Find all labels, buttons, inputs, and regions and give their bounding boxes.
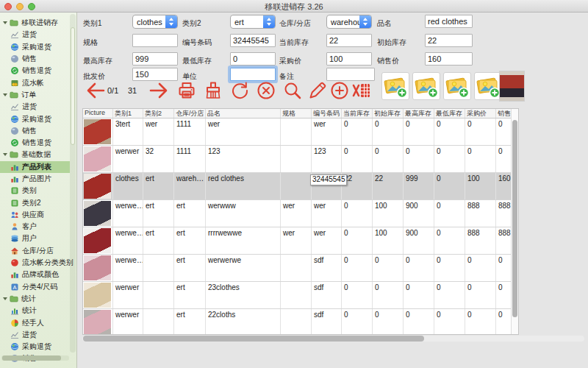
sidebar-item-11[interactable]: 基础数据 bbox=[0, 149, 70, 160]
table-cell[interactable]: 0 bbox=[465, 255, 496, 281]
table-cell[interactable]: 888 bbox=[496, 200, 512, 227]
table-row[interactable]: werwerert22clothssdf000000 bbox=[83, 309, 512, 335]
table-cell[interactable]: 100 bbox=[373, 200, 404, 227]
sidebar-item-27[interactable]: 采购退货 bbox=[0, 341, 70, 353]
disclosure-triangle-icon[interactable] bbox=[3, 93, 7, 96]
table-cell[interactable]: ert bbox=[143, 200, 174, 227]
table-cell[interactable]: ert bbox=[174, 255, 206, 281]
column-header[interactable]: 最低库存 bbox=[434, 109, 465, 118]
search-button[interactable] bbox=[282, 79, 304, 102]
table-row[interactable]: 3tertwer1111werwer000000 bbox=[83, 118, 512, 146]
column-header[interactable]: 规格 bbox=[281, 109, 312, 118]
sidebar-item-18[interactable]: 用户 bbox=[0, 233, 70, 244]
table-cell[interactable]: 0 bbox=[434, 118, 465, 145]
sidebar-item-26[interactable]: 进货 bbox=[0, 329, 70, 341]
sidebar-item-23[interactable]: 统计 bbox=[0, 293, 70, 305]
table-cell[interactable]: 888 bbox=[465, 227, 496, 254]
table-cell[interactable] bbox=[143, 255, 174, 281]
sidebar-item-16[interactable]: 供应商 bbox=[0, 209, 70, 221]
table-cell[interactable]: werwerwe bbox=[206, 255, 281, 281]
table-cell[interactable]: 0 bbox=[404, 255, 434, 281]
picture-cell[interactable] bbox=[83, 282, 113, 308]
picture-cell[interactable] bbox=[83, 309, 113, 335]
picture-cell[interactable] bbox=[83, 173, 113, 199]
table-vertical-scrollbar[interactable] bbox=[511, 109, 518, 334]
table-cell[interactable]: 23clothes bbox=[206, 282, 281, 308]
excel-export-button[interactable] bbox=[351, 79, 373, 102]
column-header[interactable]: 仓库/分店 bbox=[174, 109, 206, 118]
table-cell[interactable]: wer bbox=[312, 200, 342, 227]
table-cell[interactable]: 999 bbox=[404, 173, 434, 199]
disclosure-triangle-icon[interactable] bbox=[3, 297, 7, 300]
product-name-input[interactable] bbox=[425, 15, 473, 28]
add-image-slot-1-button[interactable] bbox=[381, 72, 409, 100]
table-cell[interactable]: 0 bbox=[434, 200, 465, 227]
table-row[interactable]: clothesertwareh…red clothes3244554522229… bbox=[83, 173, 512, 200]
table-cell[interactable]: 0 bbox=[342, 255, 373, 281]
table-cell[interactable]: 0 bbox=[373, 146, 404, 172]
table-cell[interactable]: werwe… bbox=[113, 255, 143, 281]
category1-dropdown[interactable]: clothes bbox=[132, 15, 178, 29]
sidebar-item-14[interactable]: 类别 bbox=[0, 185, 70, 197]
table-cell[interactable]: 100 bbox=[465, 173, 496, 199]
table-cell[interactable]: wer bbox=[312, 118, 342, 145]
spec-input[interactable] bbox=[132, 34, 178, 47]
cancel-circle-button[interactable] bbox=[256, 79, 278, 102]
column-header[interactable]: Picture bbox=[83, 109, 113, 118]
sidebar-vertical-scrollbar[interactable] bbox=[70, 14, 76, 353]
table-cell[interactable]: werwer bbox=[113, 309, 143, 335]
table-cell[interactable]: 0 bbox=[496, 282, 512, 308]
sidebar-item-0[interactable]: 移联进销存 bbox=[0, 17, 70, 29]
table-cell[interactable]: 1111 bbox=[174, 146, 206, 172]
table-cell[interactable] bbox=[281, 118, 312, 145]
table-cell[interactable]: 0 bbox=[434, 255, 465, 281]
table-cell[interactable]: ert bbox=[143, 227, 174, 254]
table-cell[interactable]: 0 bbox=[434, 309, 465, 335]
table-cell[interactable]: 0 bbox=[404, 118, 434, 145]
sidebar-item-22[interactable]: A分类4/尺码 bbox=[0, 281, 70, 293]
table-row[interactable]: werwe…ertertrrrrwewwewerwer0100900088888… bbox=[83, 227, 512, 255]
table-cell[interactable]: ert bbox=[174, 200, 206, 227]
sidebar-item-17[interactable]: 客户 bbox=[0, 221, 70, 233]
table-cell[interactable]: rrrrwewwe bbox=[206, 227, 281, 254]
table-cell[interactable]: ert bbox=[174, 227, 206, 254]
table-cell[interactable]: 0 bbox=[465, 118, 496, 145]
sidebar-item-25[interactable]: 经手人 bbox=[0, 316, 70, 328]
table-row[interactable]: werwe…ertwerwerwesdf000000 bbox=[83, 255, 512, 282]
category2-dropdown[interactable]: ert bbox=[230, 15, 276, 29]
table-cell[interactable]: 0 bbox=[434, 146, 465, 172]
refresh-button[interactable] bbox=[229, 79, 251, 102]
table-cell[interactable]: 888 bbox=[496, 227, 512, 254]
table-cell[interactable] bbox=[143, 309, 174, 335]
table-cell[interactable]: wer bbox=[281, 200, 312, 227]
table-cell[interactable]: ert bbox=[174, 309, 206, 335]
column-header[interactable]: 初始库存 bbox=[373, 109, 404, 118]
table-cell[interactable]: werwe… bbox=[113, 227, 143, 254]
sidebar-horizontal-scrollbar-thumb[interactable] bbox=[2, 355, 61, 361]
table-cell[interactable]: wer bbox=[312, 227, 342, 254]
table-cell[interactable]: 0 bbox=[496, 309, 512, 335]
table-cell[interactable]: werwer bbox=[113, 146, 143, 172]
table-cell[interactable] bbox=[281, 146, 312, 172]
table-cell[interactable]: 22 bbox=[373, 173, 404, 199]
table-cell[interactable]: 32 bbox=[143, 146, 174, 172]
table-cell[interactable]: 0 bbox=[373, 309, 404, 335]
table-cell[interactable]: 0 bbox=[373, 255, 404, 281]
current-stock-input[interactable] bbox=[326, 34, 372, 47]
table-cell[interactable]: 0 bbox=[373, 118, 404, 145]
table-cell[interactable]: red clothes bbox=[206, 173, 281, 199]
table-cell[interactable]: 0 bbox=[434, 173, 465, 199]
picture-cell[interactable] bbox=[83, 200, 113, 227]
table-cell[interactable]: 900 bbox=[404, 200, 434, 227]
table-cell[interactable] bbox=[143, 282, 174, 308]
product-photo-thumbnail[interactable] bbox=[499, 71, 525, 102]
table-cell[interactable]: 0 bbox=[496, 146, 512, 172]
warehouse-dropdown[interactable]: warehouse bbox=[326, 15, 372, 29]
table-cell[interactable]: 0 bbox=[342, 118, 373, 145]
column-header[interactable]: 编号条码 bbox=[312, 109, 342, 118]
sidebar-item-4[interactable]: 销售退货 bbox=[0, 65, 70, 77]
table-cell[interactable]: ert bbox=[174, 282, 206, 308]
table-cell[interactable] bbox=[281, 255, 312, 281]
table-cell[interactable] bbox=[281, 282, 312, 308]
table-cell[interactable]: 0 bbox=[404, 309, 434, 335]
